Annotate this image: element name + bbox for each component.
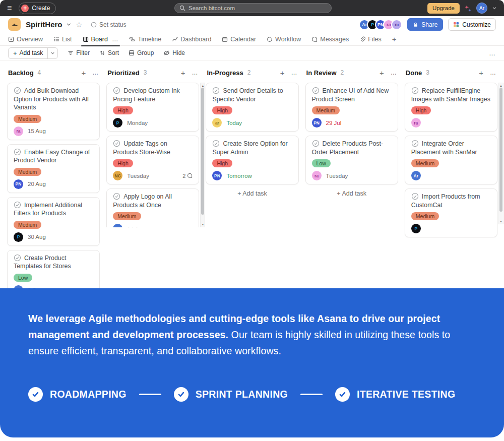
avatar[interactable]: ra	[312, 171, 322, 180]
priority-badge[interactable]: Medium	[14, 168, 41, 176]
project-chevron-down-icon[interactable]	[66, 22, 72, 27]
avatar[interactable]: ar	[212, 118, 222, 128]
sort-button[interactable]: Sort	[99, 49, 119, 56]
member-avatar-stack[interactable]: Ar P PN ra ni	[359, 19, 402, 30]
avatar[interactable]: Ar	[411, 171, 421, 180]
check-circle-icon[interactable]	[113, 193, 120, 200]
filter-button[interactable]: Filter	[68, 49, 90, 56]
check-circle-icon[interactable]	[411, 140, 419, 147]
avatar[interactable]: PN	[14, 179, 23, 189]
task-card[interactable]: Create Store Option for Super Admin High…	[206, 136, 298, 184]
task-card[interactable]: Add Bulk Download Option for Products wi…	[7, 83, 100, 140]
priority-badge[interactable]: Low	[14, 274, 32, 282]
task-card[interactable]: Apply Logo on All Products at Once Mediu…	[106, 188, 199, 227]
tab-dashboard[interactable]: Dashboard	[172, 33, 211, 46]
priority-badge[interactable]: Medium	[14, 115, 41, 123]
priority-badge[interactable]: Medium	[113, 212, 141, 220]
avatar[interactable]: NC	[113, 171, 122, 180]
tab-workflow[interactable]: Workflow	[267, 33, 301, 46]
hide-button[interactable]: Hide	[163, 49, 185, 56]
avatar[interactable]: PN	[312, 118, 322, 128]
avatar[interactable]: ra	[14, 127, 23, 136]
tab-list[interactable]: List	[53, 33, 72, 46]
add-task-split-button[interactable]: + Add task	[8, 47, 58, 59]
column-scrollbar[interactable]: ▲ ▼	[200, 83, 205, 227]
hamburger-menu-icon[interactable]: ≡	[7, 4, 12, 13]
check-circle-icon[interactable]	[14, 254, 21, 262]
priority-badge[interactable]: Medium	[312, 106, 340, 114]
column-overflow-icon[interactable]: …	[490, 69, 496, 76]
task-card[interactable]: Delete Products Post-Order Placement Low…	[305, 136, 398, 184]
scroll-down-arrow-icon[interactable]: ▼	[201, 223, 205, 226]
check-circle-icon[interactable]	[212, 87, 220, 94]
column-add-icon[interactable]: +	[81, 69, 86, 77]
priority-badge[interactable]: High	[411, 106, 431, 114]
scrollbar-thumb[interactable]	[201, 88, 204, 215]
column-add-icon[interactable]: +	[280, 69, 285, 77]
task-card[interactable]: Enhance UI of Add New Product Screen Med…	[305, 83, 398, 132]
tab-board[interactable]: Board …	[83, 33, 119, 46]
task-card[interactable]: Update Tags on Products Store-Wise High …	[106, 136, 199, 184]
add-task-link[interactable]: + Add task	[206, 190, 298, 197]
priority-badge[interactable]: High	[113, 106, 133, 114]
check-circle-icon[interactable]	[212, 140, 220, 147]
task-card[interactable]: Import Products from CustomCat Medium P	[405, 188, 497, 237]
scroll-down-arrow-icon[interactable]: ▼	[499, 220, 503, 223]
priority-badge[interactable]: Medium	[411, 159, 439, 167]
tab-files[interactable]: Files	[359, 33, 381, 46]
priority-badge[interactable]: High	[212, 106, 232, 114]
column-scrollbar[interactable]: ▲ ▼	[498, 83, 503, 224]
check-circle-icon[interactable]	[14, 148, 21, 156]
avatar[interactable]: ra	[411, 118, 421, 128]
priority-badge[interactable]: Medium	[411, 212, 439, 220]
scroll-up-arrow-icon[interactable]: ▲	[499, 84, 503, 87]
check-circle-icon[interactable]	[411, 87, 419, 94]
task-card[interactable]: Replace FulfillEngine Images with SanMar…	[405, 83, 497, 132]
tab-overflow-dots-icon[interactable]: …	[112, 36, 119, 43]
tab-messages[interactable]: Messages	[311, 33, 349, 46]
scrollbar-thumb[interactable]	[499, 88, 502, 212]
column-overflow-icon[interactable]: …	[391, 69, 397, 76]
task-card[interactable]: Develop Custom Ink Pricing Feature High …	[106, 83, 199, 132]
avatar[interactable]: P	[411, 224, 421, 233]
comment-count[interactable]: 2	[182, 173, 193, 179]
check-circle-icon[interactable]	[411, 193, 419, 200]
favorite-star-icon[interactable]: ☆	[76, 21, 83, 29]
add-task-link[interactable]: + Add task	[305, 190, 398, 197]
column-overflow-icon[interactable]: …	[92, 69, 99, 76]
column-add-icon[interactable]: +	[181, 69, 185, 77]
group-button[interactable]: Group	[129, 49, 154, 56]
avatar[interactable]: Ar	[113, 224, 122, 227]
create-button[interactable]: + Create	[19, 3, 56, 14]
column-overflow-icon[interactable]: …	[291, 69, 298, 76]
priority-badge[interactable]: High	[212, 159, 232, 167]
priority-badge[interactable]: Low	[312, 159, 331, 167]
search-input[interactable]: Search bitcot.com	[174, 3, 332, 13]
project-icon[interactable]	[8, 18, 21, 31]
customize-button[interactable]: Customize	[448, 18, 496, 31]
upgrade-button[interactable]: Upgrade	[427, 3, 460, 14]
avatar[interactable]: P	[14, 232, 23, 242]
task-card[interactable]: Implement Additional Filters for Product…	[7, 197, 100, 246]
add-task-caret[interactable]	[47, 48, 57, 58]
check-circle-icon[interactable]	[113, 87, 120, 94]
avatar[interactable]: PN	[212, 171, 222, 180]
scroll-up-arrow-icon[interactable]: ▲	[201, 84, 205, 87]
priority-badge[interactable]: Medium	[14, 221, 41, 229]
column-add-icon[interactable]: +	[479, 69, 483, 77]
sparkles-icon[interactable]	[464, 5, 472, 12]
tab-calendar[interactable]: Calendar	[222, 33, 256, 46]
set-status-button[interactable]: Set status	[91, 21, 126, 28]
task-card[interactable]: Enable Easy Change of Product Vendor Med…	[7, 144, 100, 193]
toolbar-overflow-icon[interactable]: …	[489, 49, 496, 57]
tab-overview[interactable]: Overview	[8, 33, 43, 46]
chevron-down-icon[interactable]	[492, 6, 497, 11]
task-card[interactable]: Integrate Order Placement with SanMar Me…	[405, 136, 497, 184]
add-tab-button[interactable]: +	[392, 35, 397, 43]
check-circle-icon[interactable]	[14, 201, 21, 209]
column-overflow-icon[interactable]: …	[192, 69, 198, 76]
user-avatar[interactable]: Ar	[476, 3, 487, 14]
check-circle-icon[interactable]	[14, 87, 21, 94]
avatar[interactable]: P	[113, 118, 122, 128]
check-circle-icon[interactable]	[312, 87, 320, 94]
